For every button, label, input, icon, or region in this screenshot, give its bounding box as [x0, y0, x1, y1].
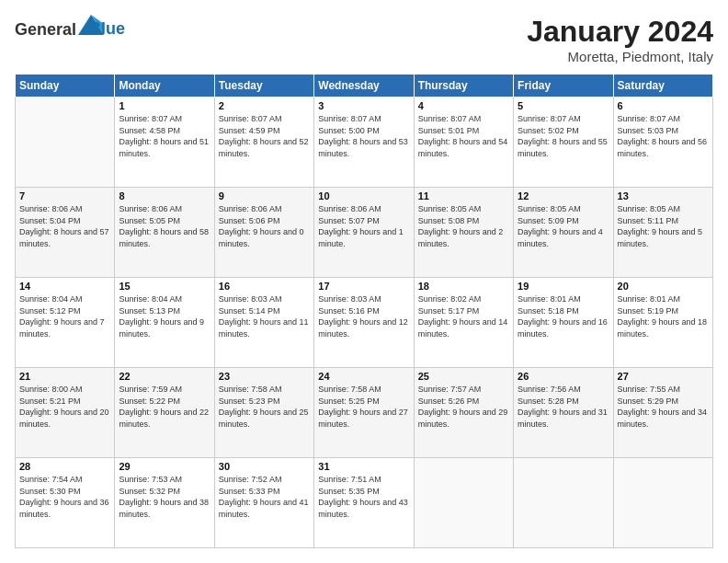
- day-info: Sunrise: 8:07 AMSunset: 4:59 PMDaylight:…: [219, 113, 310, 159]
- table-row: 18Sunrise: 8:02 AMSunset: 5:17 PMDayligh…: [414, 278, 513, 368]
- table-row: 31Sunrise: 7:51 AMSunset: 5:35 PMDayligh…: [314, 458, 414, 548]
- day-info: Sunrise: 7:55 AMSunset: 5:29 PMDaylight:…: [618, 384, 709, 430]
- day-number: 15: [119, 281, 210, 292]
- calendar-week-row: 1Sunrise: 8:07 AMSunset: 4:58 PMDaylight…: [16, 98, 713, 188]
- day-info: Sunrise: 8:07 AMSunset: 5:02 PMDaylight:…: [518, 113, 609, 159]
- day-info: Sunrise: 7:54 AMSunset: 5:30 PMDaylight:…: [19, 474, 110, 520]
- header-sunday: Sunday: [16, 75, 115, 98]
- logo-blue: Blue: [89, 19, 125, 39]
- header-saturday: Saturday: [613, 75, 712, 98]
- day-number: 25: [418, 371, 509, 382]
- table-row: 9Sunrise: 8:06 AMSunset: 5:06 PMDaylight…: [214, 188, 313, 278]
- table-row: [514, 458, 613, 548]
- header-tuesday: Tuesday: [214, 75, 313, 98]
- day-number: 24: [318, 371, 409, 382]
- title-block: January 2024 Moretta, Piedmont, Italy: [527, 15, 713, 64]
- day-number: 2: [219, 100, 310, 111]
- header-friday: Friday: [514, 75, 613, 98]
- day-info: Sunrise: 8:01 AMSunset: 5:19 PMDaylight:…: [618, 293, 709, 339]
- day-info: Sunrise: 8:07 AMSunset: 4:58 PMDaylight:…: [119, 113, 210, 159]
- day-number: 5: [518, 100, 609, 111]
- day-number: 11: [418, 190, 509, 201]
- table-row: 24Sunrise: 7:58 AMSunset: 5:25 PMDayligh…: [314, 368, 414, 458]
- day-number: 30: [219, 461, 310, 472]
- table-row: 22Sunrise: 7:59 AMSunset: 5:22 PMDayligh…: [115, 368, 214, 458]
- table-row: 26Sunrise: 7:56 AMSunset: 5:28 PMDayligh…: [514, 368, 613, 458]
- table-row: 17Sunrise: 8:03 AMSunset: 5:16 PMDayligh…: [314, 278, 414, 368]
- day-info: Sunrise: 8:06 AMSunset: 5:05 PMDaylight:…: [119, 203, 210, 249]
- day-info: Sunrise: 7:53 AMSunset: 5:32 PMDaylight:…: [119, 474, 210, 520]
- table-row: 28Sunrise: 7:54 AMSunset: 5:30 PMDayligh…: [16, 458, 115, 548]
- table-row: 12Sunrise: 8:05 AMSunset: 5:09 PMDayligh…: [514, 188, 613, 278]
- day-number: 22: [119, 371, 210, 382]
- table-row: 8Sunrise: 8:06 AMSunset: 5:05 PMDaylight…: [115, 188, 214, 278]
- table-row: 19Sunrise: 8:01 AMSunset: 5:18 PMDayligh…: [514, 278, 613, 368]
- day-info: Sunrise: 8:00 AMSunset: 5:21 PMDaylight:…: [19, 384, 110, 430]
- day-info: Sunrise: 8:07 AMSunset: 5:01 PMDaylight:…: [418, 113, 509, 159]
- calendar-page: General Blue January 2024 Moretta, Piedm…: [0, 0, 728, 563]
- table-row: 29Sunrise: 7:53 AMSunset: 5:32 PMDayligh…: [115, 458, 214, 548]
- day-number: 18: [418, 281, 509, 292]
- day-number: 8: [119, 190, 210, 201]
- day-info: Sunrise: 8:01 AMSunset: 5:18 PMDaylight:…: [518, 293, 609, 339]
- day-info: Sunrise: 8:02 AMSunset: 5:17 PMDaylight:…: [418, 293, 509, 339]
- table-row: 21Sunrise: 8:00 AMSunset: 5:21 PMDayligh…: [16, 368, 115, 458]
- day-number: 27: [618, 371, 709, 382]
- day-number: 20: [618, 281, 709, 292]
- table-row: 5Sunrise: 8:07 AMSunset: 5:02 PMDaylight…: [514, 98, 613, 188]
- day-info: Sunrise: 8:06 AMSunset: 5:06 PMDaylight:…: [219, 203, 310, 249]
- table-row: 10Sunrise: 8:06 AMSunset: 5:07 PMDayligh…: [314, 188, 414, 278]
- location-title: Moretta, Piedmont, Italy: [527, 49, 713, 64]
- day-number: 7: [19, 190, 110, 201]
- table-row: 1Sunrise: 8:07 AMSunset: 4:58 PMDaylight…: [115, 98, 214, 188]
- day-info: Sunrise: 7:56 AMSunset: 5:28 PMDaylight:…: [518, 384, 609, 430]
- table-row: 6Sunrise: 8:07 AMSunset: 5:03 PMDaylight…: [613, 98, 712, 188]
- day-number: 31: [318, 461, 409, 472]
- day-info: Sunrise: 8:05 AMSunset: 5:09 PMDaylight:…: [518, 203, 609, 249]
- header-thursday: Thursday: [414, 75, 513, 98]
- table-row: [16, 98, 115, 188]
- day-info: Sunrise: 8:04 AMSunset: 5:13 PMDaylight:…: [119, 293, 210, 339]
- table-row: 7Sunrise: 8:06 AMSunset: 5:04 PMDaylight…: [16, 188, 115, 278]
- day-info: Sunrise: 7:57 AMSunset: 5:26 PMDaylight:…: [418, 384, 509, 430]
- table-row: 15Sunrise: 8:04 AMSunset: 5:13 PMDayligh…: [115, 278, 214, 368]
- table-row: 30Sunrise: 7:52 AMSunset: 5:33 PMDayligh…: [214, 458, 313, 548]
- table-row: [414, 458, 513, 548]
- table-row: 25Sunrise: 7:57 AMSunset: 5:26 PMDayligh…: [414, 368, 513, 458]
- day-number: 14: [19, 281, 110, 292]
- table-row: 23Sunrise: 7:58 AMSunset: 5:23 PMDayligh…: [214, 368, 313, 458]
- day-number: 28: [19, 461, 110, 472]
- day-info: Sunrise: 8:06 AMSunset: 5:07 PMDaylight:…: [318, 203, 409, 249]
- calendar-week-row: 7Sunrise: 8:06 AMSunset: 5:04 PMDaylight…: [16, 188, 713, 278]
- day-info: Sunrise: 8:05 AMSunset: 5:11 PMDaylight:…: [618, 203, 709, 249]
- day-number: 1: [119, 100, 210, 111]
- calendar-week-row: 28Sunrise: 7:54 AMSunset: 5:30 PMDayligh…: [16, 458, 713, 548]
- table-row: 2Sunrise: 8:07 AMSunset: 4:59 PMDaylight…: [214, 98, 313, 188]
- day-number: 12: [518, 190, 609, 201]
- day-number: 6: [618, 100, 709, 111]
- day-number: 10: [318, 190, 409, 201]
- table-row: 11Sunrise: 8:05 AMSunset: 5:08 PMDayligh…: [414, 188, 513, 278]
- day-number: 29: [119, 461, 210, 472]
- day-number: 13: [618, 190, 709, 201]
- day-info: Sunrise: 8:07 AMSunset: 5:03 PMDaylight:…: [618, 113, 709, 159]
- day-info: Sunrise: 7:58 AMSunset: 5:23 PMDaylight:…: [219, 384, 310, 430]
- header: General Blue January 2024 Moretta, Piedm…: [15, 15, 713, 64]
- day-info: Sunrise: 7:59 AMSunset: 5:22 PMDaylight:…: [119, 384, 210, 430]
- day-info: Sunrise: 8:06 AMSunset: 5:04 PMDaylight:…: [19, 203, 110, 249]
- day-info: Sunrise: 7:58 AMSunset: 5:25 PMDaylight:…: [318, 384, 409, 430]
- day-number: 9: [219, 190, 310, 201]
- day-info: Sunrise: 8:03 AMSunset: 5:16 PMDaylight:…: [318, 293, 409, 339]
- day-number: 26: [518, 371, 609, 382]
- calendar-week-row: 14Sunrise: 8:04 AMSunset: 5:12 PMDayligh…: [16, 278, 713, 368]
- day-number: 21: [19, 371, 110, 382]
- table-row: 16Sunrise: 8:03 AMSunset: 5:14 PMDayligh…: [214, 278, 313, 368]
- day-info: Sunrise: 8:03 AMSunset: 5:14 PMDaylight:…: [219, 293, 310, 339]
- logo-general: General: [15, 20, 76, 39]
- day-number: 17: [318, 281, 409, 292]
- day-number: 3: [318, 100, 409, 111]
- table-row: 4Sunrise: 8:07 AMSunset: 5:01 PMDaylight…: [414, 98, 513, 188]
- weekday-header-row: Sunday Monday Tuesday Wednesday Thursday…: [16, 75, 713, 98]
- header-wednesday: Wednesday: [314, 75, 414, 98]
- day-number: 23: [219, 371, 310, 382]
